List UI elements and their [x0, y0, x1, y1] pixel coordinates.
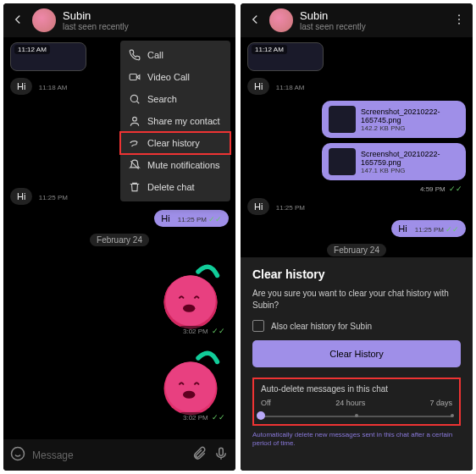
chat-body: 11:12 AM Hi 11:18 AM Hi 11:25 PM Hi 11:2…	[3, 37, 235, 439]
message-time: 11:18 AM	[276, 84, 305, 91]
sticker-message[interactable]: 3:02 PM ✓✓	[152, 256, 229, 333]
phone-right: Subin last seen recently 11:12 AM Hi 11:…	[241, 3, 473, 471]
file-thumbnail	[329, 106, 356, 133]
message-time: 11:25 PM	[276, 204, 305, 212]
message-time: 11:25 PM	[39, 194, 68, 201]
svg-point-14	[458, 22, 460, 24]
svg-point-3	[183, 305, 195, 312]
svg-point-5	[165, 362, 215, 412]
contact-name: Subin	[63, 9, 229, 22]
dialog-text: Are you sure you want to clear your chat…	[252, 288, 461, 311]
sticker-message[interactable]: 3:02 PM ✓✓	[152, 343, 229, 419]
message-in: Hi 11:18 AM	[247, 73, 466, 96]
slider-label-24h: 24 hours	[335, 399, 365, 407]
more-icon[interactable]	[452, 13, 466, 29]
svg-point-8	[130, 95, 137, 102]
message-text[interactable]: Hi	[10, 188, 32, 205]
avatar[interactable]	[32, 8, 56, 32]
date-separator: February 24	[327, 244, 386, 256]
chat-header: Subin last seen recently	[3, 3, 235, 37]
file-message[interactable]: Screenshot_20210222-165759.png 147.1 KB …	[322, 143, 466, 180]
slider-label-7d: 7 days	[429, 399, 452, 407]
file-name: Screenshot_20210222-165759.png	[361, 150, 459, 167]
menu-clear-history[interactable]: Clear history	[120, 132, 230, 154]
slider-label-off: Off	[261, 399, 271, 407]
svg-point-9	[133, 117, 137, 121]
message-text[interactable]: Hi	[10, 78, 32, 95]
checkbox-label: Also clear history for Subin	[271, 322, 372, 331]
menu-delete-chat[interactable]: Delete chat	[120, 176, 230, 198]
svg-rect-11	[219, 448, 224, 455]
emoji-icon[interactable]	[10, 446, 25, 464]
attach-icon[interactable]	[191, 446, 207, 464]
avatar[interactable]	[269, 8, 293, 32]
date-separator: February 24	[90, 234, 149, 246]
file-thumbnail	[329, 148, 356, 175]
back-icon[interactable]	[247, 12, 263, 30]
contact-status: last seen recently	[63, 22, 229, 31]
contact-status: last seen recently	[300, 22, 446, 31]
svg-rect-7	[130, 74, 136, 80]
read-check-icon: ✓✓	[208, 215, 222, 223]
phone-left: Subin last seen recently 11:12 AM Hi 11:…	[3, 3, 235, 471]
dialog-title: Clear history	[252, 267, 461, 281]
sticker-time: 3:02 PM ✓✓	[180, 412, 229, 422]
file-size: 147.1 KB PNG	[361, 167, 459, 174]
header-text[interactable]: Subin last seen recently	[63, 9, 229, 31]
menu-mute[interactable]: Mute notifications	[120, 154, 230, 176]
clear-history-dialog: Clear history Are you sure you want to c…	[241, 257, 473, 471]
files-time: 4:59 PM ✓✓	[420, 185, 462, 193]
file-name: Screenshot_20210222-165745.png	[361, 107, 459, 124]
also-clear-checkbox-row[interactable]: Also clear history for Subin	[252, 320, 461, 332]
options-menu: Call Video Call Search Share my contact …	[120, 41, 230, 201]
media-time: 11:12 AM	[14, 45, 50, 54]
clear-history-button[interactable]: Clear History	[252, 340, 461, 367]
auto-delete-title: Auto-delete messages in this chat	[261, 384, 452, 394]
menu-video-call[interactable]: Video Call	[120, 66, 230, 88]
chat-header: Subin last seen recently	[241, 3, 473, 37]
menu-call[interactable]: Call	[120, 44, 230, 66]
media-message[interactable]: 11:12 AM	[10, 42, 86, 71]
file-message[interactable]: Screenshot_20210222-165745.png 142.2 KB …	[322, 101, 466, 138]
svg-point-2	[165, 276, 215, 326]
mic-icon[interactable]	[213, 446, 229, 464]
menu-search[interactable]: Search	[120, 88, 230, 110]
message-input[interactable]: Message	[32, 449, 185, 461]
media-time: 11:12 AM	[252, 45, 287, 54]
read-check-icon: ✓✓	[446, 225, 459, 234]
slider-handle[interactable]	[257, 411, 265, 420]
auto-delete-slider[interactable]	[261, 411, 452, 421]
message-text[interactable]: Hi 11:25 PM✓✓	[391, 220, 466, 237]
slider-labels: Off 24 hours 7 days	[261, 399, 452, 407]
message-text[interactable]: Hi	[247, 78, 269, 95]
auto-delete-desc: Automatically delete new messages sent i…	[252, 431, 461, 449]
svg-point-12	[458, 14, 460, 16]
menu-share-contact[interactable]: Share my contact	[120, 110, 230, 132]
message-text[interactable]: Hi 11:25 PM✓✓	[154, 210, 229, 227]
auto-delete-section: Auto-delete messages in this chat Off 24…	[252, 378, 461, 426]
message-text[interactable]: Hi	[247, 198, 269, 215]
checkbox-icon[interactable]	[252, 320, 264, 332]
media-message[interactable]: 11:12 AM	[247, 42, 324, 71]
message-time: 11:18 AM	[39, 84, 68, 91]
sticker-time: 3:02 PM ✓✓	[180, 326, 229, 336]
input-bar: Message	[3, 439, 235, 471]
header-text[interactable]: Subin last seen recently	[300, 9, 446, 31]
file-size: 142.2 KB PNG	[361, 124, 459, 132]
svg-point-13	[458, 19, 460, 20]
back-icon[interactable]	[10, 12, 25, 30]
contact-name: Subin	[300, 9, 446, 22]
message-in: Hi 11:25 PM	[247, 196, 466, 217]
svg-point-6	[183, 391, 195, 399]
svg-point-10	[12, 448, 25, 460]
